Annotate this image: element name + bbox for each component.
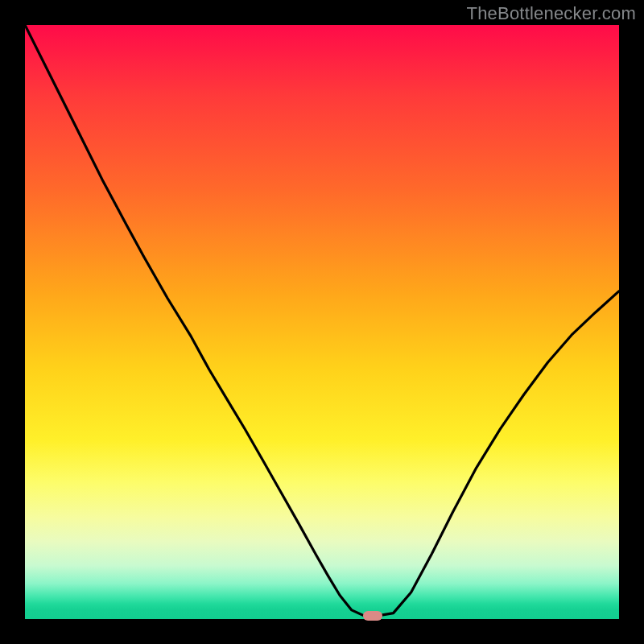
optimal-marker: [363, 611, 382, 621]
plot-area: [25, 25, 619, 619]
watermark-text: TheBottlenecker.com: [467, 3, 636, 24]
curve-path: [25, 25, 619, 616]
bottleneck-curve: [25, 25, 619, 619]
chart-container: TheBottlenecker.com: [0, 0, 644, 644]
